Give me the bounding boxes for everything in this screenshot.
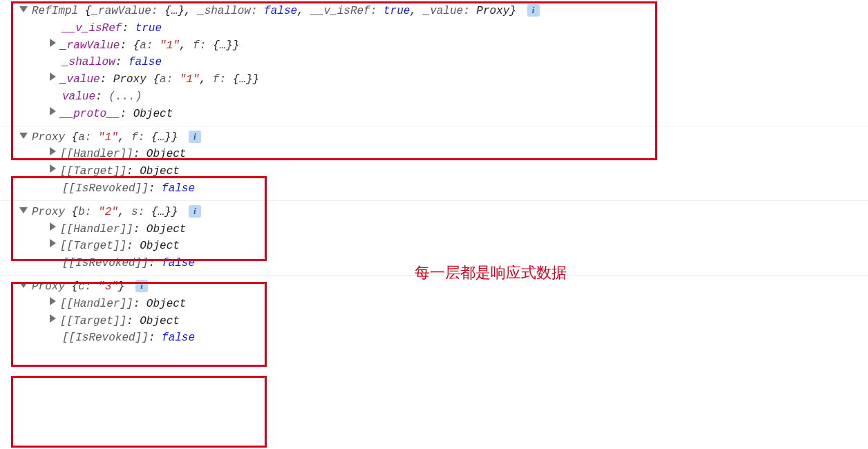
property-value: false xyxy=(162,180,195,198)
disclosure-triangle-closed-icon[interactable] xyxy=(50,297,56,305)
annotation-text: 每一层都是响应式数据 xyxy=(415,261,567,285)
preview-value: "3" xyxy=(98,278,118,296)
disclosure-triangle-open-icon[interactable] xyxy=(19,207,28,213)
value-segment: , xyxy=(200,71,213,88)
preview-value: {…} xyxy=(151,204,171,221)
disclosure-triangle-open-icon[interactable] xyxy=(19,133,28,139)
info-icon[interactable]: i xyxy=(135,280,148,292)
console-output: RefImpl {_rawValue: {…}, _shallow: false… xyxy=(0,0,868,350)
preview-key: b: xyxy=(78,204,98,221)
colon: : xyxy=(122,20,135,37)
brace: { xyxy=(72,204,79,221)
property-row[interactable]: [[Handler]]: Object xyxy=(0,221,868,238)
internal-slot-name: [[IsRevoked]] xyxy=(62,180,149,198)
internal-slot-name: [[Handler]] xyxy=(60,221,133,238)
property-row[interactable]: [[Handler]]: Object xyxy=(0,146,868,163)
colon: : xyxy=(149,255,162,272)
preview-key: s: xyxy=(131,204,151,221)
property-row[interactable]: __proto__: Object xyxy=(0,106,868,123)
property-row[interactable]: _rawValue: {a: "1", f: {…}} xyxy=(0,37,868,55)
property-row[interactable]: _shallow: false xyxy=(0,54,868,71)
console-object-proxy: Proxy {a: "1", f: {…}} i[[Handler]]: Obj… xyxy=(0,126,868,201)
disclosure-triangle-closed-icon[interactable] xyxy=(50,164,56,173)
property-row[interactable]: _value: Proxy {a: "1", f: {…}} xyxy=(0,71,868,88)
colon: : xyxy=(100,71,113,88)
disclosure-triangle-closed-icon[interactable] xyxy=(50,314,56,323)
preview-value: "2" xyxy=(98,204,118,221)
object-header[interactable]: Proxy {b: "2", s: {…}} i xyxy=(0,204,868,221)
property-row[interactable]: __v_isRef: true xyxy=(0,20,868,37)
colon: : xyxy=(126,238,140,255)
preview-key: _shallow: xyxy=(198,3,264,20)
property-row[interactable]: value: (...) xyxy=(0,88,868,106)
internal-slot-name: [[Target]] xyxy=(60,163,126,180)
info-icon[interactable]: i xyxy=(189,131,201,143)
object-class-name: RefImpl xyxy=(32,3,85,20)
property-name: _shallow xyxy=(62,54,115,71)
preview-key: c: xyxy=(78,278,98,296)
value-segment: } xyxy=(252,71,259,88)
value-prefix: Proxy xyxy=(113,71,153,88)
property-row[interactable]: [[IsRevoked]]: false xyxy=(0,329,868,347)
colon: : xyxy=(133,296,147,313)
colon: : xyxy=(149,180,162,198)
highlight-box xyxy=(11,376,267,448)
sep: , xyxy=(185,3,198,20)
internal-slot-name: [[IsRevoked]] xyxy=(62,255,149,272)
brace: } xyxy=(509,3,516,20)
disclosure-triangle-open-icon[interactable] xyxy=(19,6,28,12)
object-header[interactable]: RefImpl {_rawValue: {…}, _shallow: false… xyxy=(0,3,868,20)
pad xyxy=(516,3,523,20)
property-value: (...) xyxy=(108,88,142,106)
internal-slot-name: [[Target]] xyxy=(60,238,126,255)
disclosure-triangle-closed-icon[interactable] xyxy=(50,39,56,47)
internal-slot-name: [[IsRevoked]] xyxy=(62,329,149,347)
colon: : xyxy=(115,54,129,71)
console-object-proxy: Proxy {c: "3"} i[[Handler]]: Object[[Tar… xyxy=(0,276,868,350)
disclosure-triangle-closed-icon[interactable] xyxy=(50,239,56,247)
brace: { xyxy=(72,278,79,296)
disclosure-triangle-open-icon[interactable] xyxy=(19,282,28,288)
property-value: Object xyxy=(133,106,173,123)
info-icon[interactable]: i xyxy=(189,205,201,218)
property-row[interactable]: [[Target]]: Object xyxy=(0,163,868,180)
colon: : xyxy=(95,88,108,106)
property-value: false xyxy=(162,255,195,272)
value-segment: "1" xyxy=(180,71,200,88)
preview-value: true xyxy=(384,3,410,20)
pad xyxy=(178,204,185,221)
property-row[interactable]: [[IsRevoked]]: false xyxy=(0,180,868,198)
property-row[interactable]: [[Target]]: Object xyxy=(0,313,868,330)
colon: : xyxy=(120,106,133,123)
object-class-name: Proxy xyxy=(32,129,72,146)
property-value: Object xyxy=(147,146,187,163)
property-value: Object xyxy=(147,221,187,238)
colon: : xyxy=(133,221,147,238)
property-name: __v_isRef xyxy=(62,20,122,37)
property-value: false xyxy=(162,329,195,347)
value-segment: "1" xyxy=(160,37,180,55)
object-header[interactable]: Proxy {a: "1", f: {…}} i xyxy=(0,129,868,146)
info-icon[interactable]: i xyxy=(527,4,540,17)
colon: : xyxy=(126,313,140,330)
preview-key: f: xyxy=(131,129,151,146)
value-segment: { xyxy=(153,71,160,88)
preview-value: {…} xyxy=(151,129,171,146)
preview-key: a: xyxy=(78,129,98,146)
preview-key: _value: xyxy=(424,3,477,20)
disclosure-triangle-closed-icon[interactable] xyxy=(50,73,56,81)
property-name: __proto__ xyxy=(60,106,120,123)
property-value: Object xyxy=(140,238,180,255)
property-value: Object xyxy=(147,296,187,313)
property-value: false xyxy=(129,54,162,71)
disclosure-triangle-closed-icon[interactable] xyxy=(50,147,56,155)
disclosure-triangle-closed-icon[interactable] xyxy=(50,107,56,115)
property-row[interactable]: [[Handler]]: Object xyxy=(0,296,868,313)
disclosure-triangle-closed-icon[interactable] xyxy=(50,222,56,231)
property-value: true xyxy=(135,20,162,37)
sep: , xyxy=(410,3,423,20)
value-segment: , xyxy=(180,37,193,55)
sep: , xyxy=(118,129,131,146)
colon: : xyxy=(133,146,147,163)
property-row[interactable]: [[Target]]: Object xyxy=(0,238,868,255)
